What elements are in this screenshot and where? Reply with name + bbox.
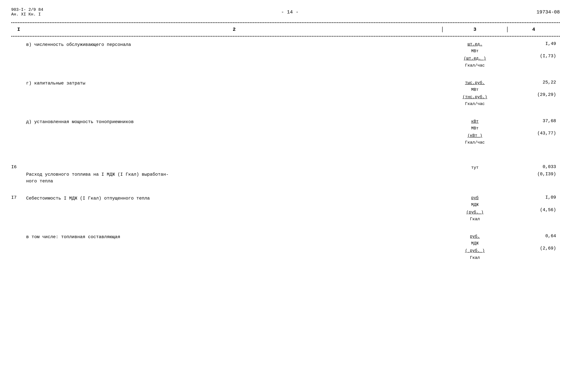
cell-unit-17: руб МДЖ (руб. ) Гкал — [442, 194, 508, 223]
row-group-g: г) капитальные затраты тыс.руб. МВт (тнс… — [11, 79, 560, 108]
value-bot-17: (4,56) — [508, 207, 556, 213]
value-top-16: 0,033 — [508, 163, 556, 170]
unit-den-17-bot: Гкал — [470, 216, 480, 223]
row-group-d: д) установленная мощность тоноприемников… — [11, 117, 560, 147]
cell-num-17: I7 — [11, 194, 26, 200]
cell-desc-g: г) капитальные затраты — [26, 79, 442, 87]
unit-den-d-top: МВт — [471, 125, 479, 132]
top-divider — [11, 22, 560, 23]
unit-fraction-bot-17: (руб. ) Гкал — [442, 209, 508, 223]
table-row: в) численность обслуживающего персонала … — [11, 40, 560, 70]
value-top-d: 37,68 — [508, 117, 556, 125]
cell-num-v — [11, 40, 26, 42]
column-headers: I 2 3 4 — [11, 25, 560, 34]
unit-fraction-bot-vtom: ( руб. ) Гкал — [442, 248, 508, 261]
unit-num-g-bot: (тнс.руб.) — [463, 94, 487, 101]
row-group-17: I7 Себестоимость I МДЖ (I Гкал) отпущенн… — [11, 194, 560, 223]
table-row: д) установленная мощность тоноприемников… — [11, 117, 560, 147]
table-row: I7 Себестоимость I МДЖ (I Гкал) отпущенн… — [11, 194, 560, 223]
cell-unit-16: тут — [442, 163, 508, 171]
cell-value-g: 25,22 (29,29) — [508, 79, 560, 98]
cell-value-17: I,09 (4,56) — [508, 194, 560, 213]
unit-num-d-top: кВт — [471, 118, 479, 125]
value-bot-vtom: (2,69) — [508, 245, 556, 252]
cell-unit-g: тыс.руб. МВт (тнс.руб.) Гкал/час — [442, 79, 508, 108]
cell-desc-d: д) установленная мощность тоноприемников — [26, 117, 442, 125]
unit-fraction-top-d: кВт МВт — [442, 118, 508, 132]
col-header-3: 3 — [442, 27, 508, 32]
unit-fraction-bot-g: (тнс.руб.) Гкал/час — [442, 94, 508, 107]
table-row: в том числе: топливная составляющая руб.… — [11, 233, 560, 262]
unit-den-d-bot: Гкал/час — [465, 139, 485, 146]
cell-unit-vtom: руб. МДЖ ( руб. ) Гкал — [442, 233, 508, 262]
unit-fraction-top-17: руб МДЖ — [442, 195, 508, 208]
cell-desc-v: в) численность обслуживающего персонала — [26, 40, 442, 48]
row-group-16: I6 Расход условного топлива на I МДЖ (I … — [11, 163, 560, 185]
row-group-v: в) численность обслуживающего персонала … — [11, 40, 560, 70]
unit-num-vtom-bot: ( руб. ) — [465, 248, 485, 254]
unit-den-v-top: МВт — [471, 48, 479, 55]
col-header-4: 4 — [508, 27, 560, 32]
unit-fraction-top-vtom: руб. МДЖ — [442, 233, 508, 247]
content-area: в) численность обслуживающего персонала … — [11, 40, 560, 262]
header-left: 903-I- 2/9 84 Ан. XI Кн. I — [11, 7, 43, 17]
cell-unit-d: кВт МВт (кВт ) Гкал/час — [442, 117, 508, 147]
unit-den-vtom-top: МДЖ — [471, 240, 479, 247]
unit-num-17-top: руб — [471, 195, 479, 202]
unit-tut: тут — [442, 165, 508, 171]
cell-value-16: 0,033 (0,I39) — [508, 163, 560, 178]
unit-num-d-bot: (кВт ) — [468, 132, 482, 139]
cell-unit-v: шт.ед. МВт (шт.ед. ) Гкал/час — [442, 40, 508, 70]
header-document-number: 19734-08 — [537, 9, 560, 15]
value-top-v: I,49 — [508, 40, 556, 47]
cell-num-16: I6 — [11, 163, 26, 169]
value-bot-16: (0,I39) — [508, 171, 556, 178]
unit-den-v-bot: Гкал/час — [465, 62, 485, 69]
header-bottom-divider — [11, 36, 560, 37]
col-header-2: 2 — [26, 27, 442, 32]
header-code-line2: Ан. XI Кн. I — [11, 12, 43, 17]
value-top-17: I,09 — [508, 194, 556, 201]
unit-num-vtom-top: руб. — [470, 233, 480, 240]
unit-den-17-top: МДЖ — [471, 202, 479, 208]
value-top-g: 25,22 — [508, 79, 556, 86]
unit-den-g-top: МВт — [471, 86, 479, 93]
header-code-line1: 903-I- 2/9 84 — [11, 7, 43, 12]
cell-num-g — [11, 79, 26, 80]
cell-desc-17: Себестоимость I МДЖ (I Гкал) отпущенного… — [26, 194, 442, 202]
page-header: 903-I- 2/9 84 Ан. XI Кн. I - 14 - 19734-… — [11, 7, 560, 17]
cell-desc-vtom: в том числе: топливная составляющая — [26, 233, 442, 240]
cell-desc-16: Расход условного топлива на I МДЖ (I Гка… — [26, 163, 442, 185]
unit-num-17-bot: (руб. ) — [466, 209, 483, 216]
col-header-1: I — [11, 27, 26, 32]
header-page-number: - 14 - — [281, 9, 299, 15]
unit-fraction-bot-v: (шт.ед. ) Гкал/час — [442, 55, 508, 69]
cell-num-vtom — [11, 233, 26, 234]
cell-value-vtom: 0,64 (2,69) — [508, 233, 560, 252]
spacer-1 — [11, 156, 560, 163]
cell-num-d — [11, 117, 26, 119]
unit-num-v-top: шт.ед. — [468, 41, 482, 48]
value-top-vtom: 0,64 — [508, 233, 556, 240]
row-group-vtom: в том числе: топливная составляющая руб.… — [11, 233, 560, 262]
value-bot-g: (29,29) — [508, 91, 556, 98]
value-bot-d: (43,77) — [508, 130, 556, 137]
table-row: I6 Расход условного топлива на I МДЖ (I … — [11, 163, 560, 185]
unit-num-v-bot: (шт.ед. ) — [464, 55, 486, 62]
unit-fraction-top-g: тыс.руб. МВт — [442, 80, 508, 93]
cell-value-d: 37,68 (43,77) — [508, 117, 560, 137]
unit-den-g-bot: Гкал/час — [465, 101, 485, 107]
value-bot-v: (I,73) — [508, 53, 556, 60]
cell-value-v: I,49 (I,73) — [508, 40, 560, 60]
unit-fraction-bot-d: (кВт ) Гкал/час — [442, 132, 508, 146]
unit-den-vtom-bot: Гкал — [470, 254, 480, 261]
table-row: г) капитальные затраты тыс.руб. МВт (тнс… — [11, 79, 560, 108]
unit-num-g-top: тыс.руб. — [465, 80, 485, 86]
unit-fraction-top-v: шт.ед. МВт — [442, 41, 508, 55]
